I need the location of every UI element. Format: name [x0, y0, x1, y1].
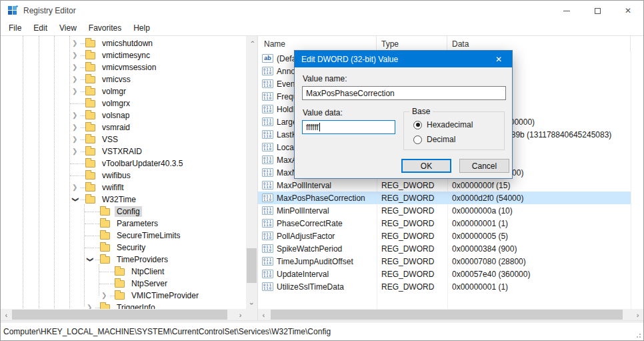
tree-expander-icon[interactable]	[70, 169, 81, 182]
tree-item-vmictimesync[interactable]: ❯ vmictimesync	[1, 49, 246, 61]
tree-connector	[81, 151, 85, 152]
tree-horizontal-scrollbar[interactable]: › ›	[1, 309, 246, 320]
tree-item-config[interactable]: Config	[1, 206, 246, 218]
tree-item-vss[interactable]: ❯ VSS	[1, 133, 246, 145]
tree-item-vtoolbarupdater40.3.5[interactable]: vToolbarUpdater40.3.5	[1, 157, 246, 169]
tree-item-volsnap[interactable]: ❯ volsnap	[1, 109, 246, 121]
scrollbar-thumb[interactable]	[12, 310, 227, 320]
close-button[interactable]: ✕	[613, 1, 643, 21]
tree-connector	[95, 308, 100, 308]
resize-grip[interactable]	[635, 332, 641, 338]
tree-item-timeproviders[interactable]: ❯ TimeProviders	[1, 254, 246, 266]
tree-expander-icon[interactable]: ❯	[84, 254, 96, 265]
tree-expander-icon[interactable]: ❯	[70, 37, 81, 49]
value-name-input[interactable]: MaxPosPhaseCorrection	[302, 86, 506, 100]
registry-value-row[interactable]: 011110 SpikeWatchPeriod REG_DWORD 0x0000…	[258, 242, 631, 255]
tree-item-triggerinfo[interactable]: ❯ TriggerInfo	[1, 302, 246, 309]
radio-icon	[413, 121, 422, 129]
app-icon	[7, 5, 18, 16]
tree-expander-icon[interactable]	[70, 157, 81, 169]
menu-item-file[interactable]: File	[3, 22, 27, 34]
value-type-icon: 011110	[262, 181, 273, 190]
registry-value-row[interactable]: 011110 TimeJumpAuditOffset REG_DWORD 0x0…	[258, 255, 631, 268]
tree-expander-icon[interactable]: ❯	[69, 194, 81, 205]
tree-item-ntpserver[interactable]: NtpServer	[1, 278, 246, 290]
value-data-input[interactable]: ffffff	[302, 120, 395, 134]
registry-value-row[interactable]: 011110 MaxPosPhaseCorrection REG_DWORD 0…	[258, 192, 631, 204]
dialog-close-button[interactable]: ✕	[485, 51, 512, 67]
tree-item-volmgr[interactable]: ❯ volmgr	[1, 85, 246, 97]
tree-expander-icon[interactable]	[85, 230, 95, 242]
tree-expander-icon[interactable]: ❯	[70, 85, 81, 97]
tree-connector	[95, 212, 100, 212]
scroll-up-icon[interactable]: ›	[246, 36, 257, 47]
tree-expander-icon[interactable]: ❯	[70, 73, 81, 85]
value-type-icon: 011110	[262, 232, 273, 240]
tree-expander-icon[interactable]: ❯	[70, 121, 81, 133]
menu-item-edit[interactable]: Edit	[27, 22, 53, 34]
dialog-title-bar[interactable]: Edit DWORD (32-bit) Value ✕	[295, 51, 512, 67]
tree-item-w32time[interactable]: ❯ W32Time	[1, 194, 246, 206]
tree-item-securetimelimits[interactable]: SecureTimeLimits	[1, 230, 246, 242]
tree-item-label: TriggerInfo	[115, 302, 157, 309]
tree-expander-icon[interactable]	[99, 278, 110, 290]
tree-expander-icon[interactable]: ❯	[70, 61, 81, 73]
minimize-button[interactable]	[551, 1, 582, 21]
tree-expander-icon[interactable]: ❯	[70, 109, 81, 121]
maximize-button[interactable]	[582, 1, 613, 21]
tree-expander-icon[interactable]: ❯	[85, 302, 95, 309]
scroll-right-icon[interactable]: ›	[632, 309, 643, 320]
tree-item-vmictimeprovider[interactable]: ❯ VMICTimeProvider	[1, 290, 246, 302]
scroll-left-icon[interactable]: ›	[1, 309, 12, 320]
folder-icon	[85, 124, 95, 131]
base-radio-decimal[interactable]: Decimal	[413, 135, 455, 144]
tree-item-vsmraid[interactable]: ❯ vsmraid	[1, 121, 246, 133]
tree-expander-icon[interactable]: ❯	[70, 133, 81, 145]
tree-item-vmicvmsession[interactable]: ❯ vmicvmsession	[1, 61, 246, 73]
tree-expander-icon[interactable]	[85, 242, 95, 254]
tree-item-security[interactable]: Security	[1, 242, 246, 254]
tree-connector	[81, 91, 85, 92]
tree-vertical-scrollbar[interactable]: › ›	[246, 36, 257, 309]
tree-item-parameters[interactable]: Parameters	[1, 218, 246, 230]
tree-item-volmgrx[interactable]: volmgrx	[1, 97, 246, 109]
tree-item-vmicvss[interactable]: ❯ vmicvss	[1, 73, 246, 85]
tree-item-ntpclient[interactable]: NtpClient	[1, 266, 246, 278]
scroll-left-icon[interactable]: ›	[258, 309, 269, 320]
menu-item-view[interactable]: View	[53, 22, 83, 34]
registry-value-row[interactable]: 011110 UtilizeSslTimeData REG_DWORD 0x00…	[258, 280, 631, 293]
value-type-icon: 011110	[262, 143, 273, 151]
scroll-down-icon[interactable]: ›	[246, 298, 257, 309]
selected-key-path: Computer\HKEY_LOCAL_MACHINE\SYSTEM\Curre…	[3, 327, 331, 336]
tree-expander-icon[interactable]	[99, 266, 110, 278]
scroll-right-icon[interactable]: ›	[235, 309, 246, 320]
tree-item-vwifibus[interactable]: vwifibus	[1, 169, 246, 182]
value-data: 0x0000d2f0 (54000)	[447, 194, 631, 203]
tree-item-label: vmicvss	[100, 74, 133, 85]
tree-item-vmicshutdown[interactable]: ❯ vmicshutdown	[1, 37, 246, 49]
menu-item-favorites[interactable]: Favorites	[83, 22, 127, 34]
registry-value-row[interactable]: 011110 MinPollInterval REG_DWORD 0x00000…	[258, 204, 631, 217]
tree-expander-icon[interactable]: ❯	[70, 49, 81, 61]
scrollbar-thumb[interactable]	[271, 310, 623, 320]
registry-value-row[interactable]: 011110 MaxPollInterval REG_DWORD 0x00000…	[258, 179, 631, 192]
ok-button[interactable]: OK	[401, 159, 451, 173]
registry-value-row[interactable]: 011110 PollAdjustFactor REG_DWORD 0x0000…	[258, 230, 631, 242]
tree-item-vstxraid[interactable]: ❯ VSTXRAID	[1, 145, 246, 157]
tree-expander-icon[interactable]	[85, 206, 95, 218]
tree-expander-icon[interactable]: ❯	[70, 182, 81, 194]
cancel-button[interactable]: Cancel	[459, 159, 509, 173]
menu-item-help[interactable]: Help	[127, 22, 156, 34]
registry-value-row[interactable]: 011110 PhaseCorrectRate REG_DWORD 0x0000…	[258, 217, 631, 230]
tree-expander-icon[interactable]	[85, 218, 95, 230]
tree-expander-icon[interactable]: ❯	[70, 145, 81, 157]
list-horizontal-scrollbar[interactable]: › ›	[258, 309, 643, 320]
registry-value-row[interactable]: 011110 UpdateInterval REG_DWORD 0x00057e…	[258, 268, 631, 280]
base-radio-hexadecimal[interactable]: Hexadecimal	[413, 120, 473, 129]
scrollbar-thumb[interactable]	[247, 248, 257, 283]
value-name: TimeJumpAuditOffset	[277, 257, 353, 266]
value-type: REG_DWORD	[377, 244, 447, 254]
tree-item-vwififlt[interactable]: ❯ vwififlt	[1, 182, 246, 194]
tree-expander-icon[interactable]	[70, 97, 81, 109]
tree-expander-icon[interactable]: ❯	[99, 290, 110, 302]
